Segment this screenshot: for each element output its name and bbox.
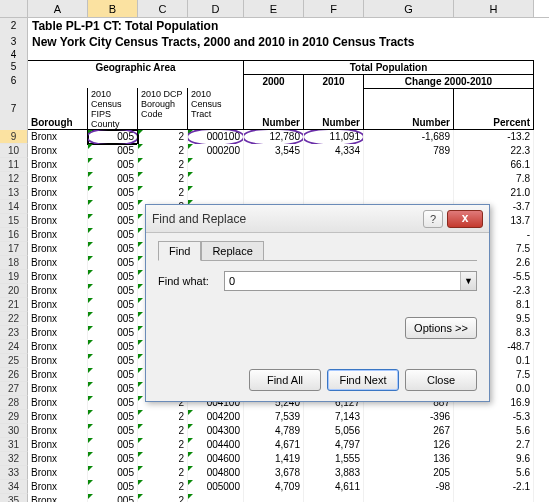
cell-2000[interactable]: 3,678	[244, 466, 304, 480]
row-num[interactable]: 34	[0, 480, 28, 494]
cell-2000[interactable]: 4,789	[244, 424, 304, 438]
cell-change[interactable]	[364, 494, 454, 502]
cell-dcp[interactable]: 2	[138, 130, 188, 144]
cell-tract[interactable]	[188, 172, 244, 186]
cell-borough[interactable]: Bronx	[28, 452, 88, 466]
cell-tract[interactable]: 005000	[188, 480, 244, 494]
cell-borough[interactable]: Bronx	[28, 214, 88, 228]
cell-2010[interactable]: 1,555	[304, 452, 364, 466]
row-num[interactable]: 29	[0, 410, 28, 424]
row-num-2[interactable]: 2	[0, 18, 28, 34]
cell-fips[interactable]: 005	[88, 480, 138, 494]
cell-borough[interactable]: Bronx	[28, 368, 88, 382]
cell-borough[interactable]: Bronx	[28, 466, 88, 480]
cell-dcp[interactable]: 2	[138, 158, 188, 172]
cell-change[interactable]	[364, 158, 454, 172]
cell-change[interactable]: 267	[364, 424, 454, 438]
cell-tract[interactable]	[188, 158, 244, 172]
dialog-titlebar[interactable]: Find and Replace ? x	[146, 205, 489, 233]
table-row[interactable]: 33Bronx00520048003,6783,8832055.6	[0, 466, 549, 480]
cell-2000[interactable]: 1,419	[244, 452, 304, 466]
cell-tract[interactable]	[188, 186, 244, 200]
table-row[interactable]: 29Bronx00520042007,5397,143-396-5.3	[0, 410, 549, 424]
cell-tract[interactable]	[188, 494, 244, 502]
row-num[interactable]: 17	[0, 242, 28, 256]
cell-change[interactable]: -98	[364, 480, 454, 494]
cell-change[interactable]: 136	[364, 452, 454, 466]
cell-2010[interactable]: 4,334	[304, 144, 364, 158]
cell-borough[interactable]: Bronx	[28, 228, 88, 242]
row-num[interactable]: 21	[0, 298, 28, 312]
table-row[interactable]: 31Bronx00520044004,6714,7971262.7	[0, 438, 549, 452]
row-num[interactable]: 11	[0, 158, 28, 172]
cell-borough[interactable]: Bronx	[28, 494, 88, 502]
row-num[interactable]: 35	[0, 494, 28, 502]
cell-fips[interactable]: 005	[88, 312, 138, 326]
cell-fips[interactable]: 005	[88, 144, 138, 158]
row-num-5[interactable]: 5	[0, 60, 28, 74]
cell-tract[interactable]: 004200	[188, 410, 244, 424]
cell-dcp[interactable]: 2	[138, 172, 188, 186]
row-num[interactable]: 10	[0, 144, 28, 158]
cell-borough[interactable]: Bronx	[28, 424, 88, 438]
table-row[interactable]: 9Bronx005200010012,78011,091-1,689-13.2	[0, 130, 549, 144]
cell-percent[interactable]: -13.2	[454, 130, 534, 144]
cell-fips[interactable]: 005	[88, 172, 138, 186]
cell-2000[interactable]: 4,709	[244, 480, 304, 494]
cell-fips[interactable]: 005	[88, 424, 138, 438]
cell-fips[interactable]: 005	[88, 242, 138, 256]
cell-percent[interactable]: 9.6	[454, 452, 534, 466]
row-num-4[interactable]: 4	[0, 50, 28, 60]
cell-fips[interactable]: 005	[88, 368, 138, 382]
table-row[interactable]: 34Bronx00520050004,7094,611-98-2.1	[0, 480, 549, 494]
cell-tract[interactable]: 000100	[188, 130, 244, 144]
cell-2000[interactable]	[244, 186, 304, 200]
cell-fips[interactable]: 005	[88, 382, 138, 396]
cell-2010[interactable]: 11,091	[304, 130, 364, 144]
cell-fips[interactable]: 005	[88, 228, 138, 242]
row-num[interactable]: 30	[0, 424, 28, 438]
row-num[interactable]: 25	[0, 354, 28, 368]
cell-tract[interactable]: 004300	[188, 424, 244, 438]
cell-dcp[interactable]: 2	[138, 452, 188, 466]
cell-percent[interactable]: 5.6	[454, 424, 534, 438]
cell-percent[interactable]: 2.7	[454, 438, 534, 452]
cell-tract[interactable]: 000200	[188, 144, 244, 158]
cell-percent[interactable]: 66.1	[454, 158, 534, 172]
cell-change[interactable]: 126	[364, 438, 454, 452]
cell-fips[interactable]: 005	[88, 354, 138, 368]
dropdown-icon[interactable]: ▼	[460, 272, 476, 290]
cell-borough[interactable]: Bronx	[28, 256, 88, 270]
table-row[interactable]: 32Bronx00520046001,4191,5551369.6	[0, 452, 549, 466]
cell-dcp[interactable]: 2	[138, 480, 188, 494]
cell-borough[interactable]: Bronx	[28, 186, 88, 200]
find-what-input[interactable]	[225, 272, 460, 290]
cell-2000[interactable]	[244, 158, 304, 172]
cell-change[interactable]	[364, 172, 454, 186]
cell-dcp[interactable]: 2	[138, 144, 188, 158]
row-num[interactable]: 31	[0, 438, 28, 452]
row-num-3[interactable]: 3	[0, 34, 28, 50]
row-num[interactable]: 33	[0, 466, 28, 480]
cell-change[interactable]: 205	[364, 466, 454, 480]
cell-percent[interactable]: 22.3	[454, 144, 534, 158]
cell-dcp[interactable]: 2	[138, 410, 188, 424]
cell-borough[interactable]: Bronx	[28, 242, 88, 256]
table-row[interactable]: 11Bronx005266.1	[0, 158, 549, 172]
cell-2010[interactable]	[304, 158, 364, 172]
cell-fips[interactable]: 005	[88, 452, 138, 466]
cell-fips[interactable]: 005	[88, 326, 138, 340]
cell-borough[interactable]: Bronx	[28, 340, 88, 354]
cell-borough[interactable]: Bronx	[28, 410, 88, 424]
cell-fips[interactable]: 005	[88, 466, 138, 480]
cell-2010[interactable]	[304, 172, 364, 186]
col-H[interactable]: H	[454, 0, 534, 17]
cell-borough[interactable]: Bronx	[28, 130, 88, 144]
cell-2010[interactable]	[304, 494, 364, 502]
row-num-6[interactable]: 6	[0, 74, 28, 88]
cell-fips[interactable]: 005	[88, 186, 138, 200]
cell-dcp[interactable]: 2	[138, 424, 188, 438]
cell-tract[interactable]: 004800	[188, 466, 244, 480]
cell-fips[interactable]: 005	[88, 298, 138, 312]
cell-borough[interactable]: Bronx	[28, 312, 88, 326]
